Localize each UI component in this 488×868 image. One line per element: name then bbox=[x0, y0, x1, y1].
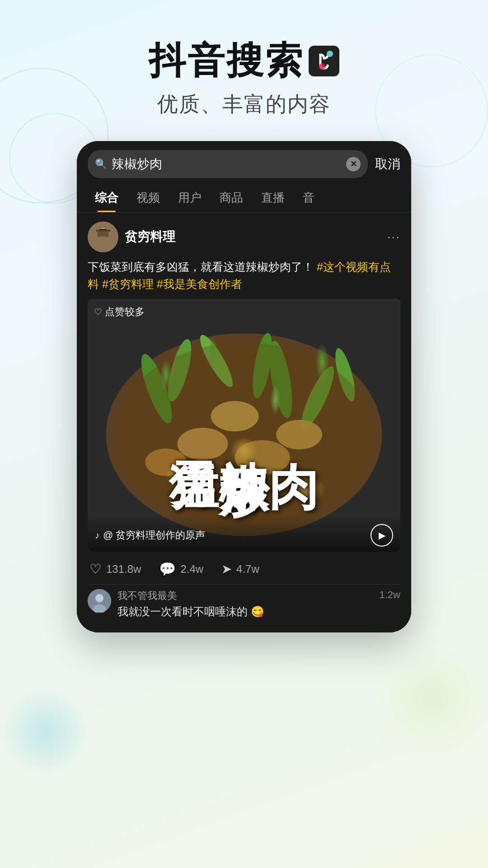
comment-icon: 💬 bbox=[159, 561, 176, 577]
phone-screen: 🔍 辣椒炒肉 ✕ 取消 综合 视频 用户 商品 直播 音 bbox=[77, 141, 411, 632]
like-icon: ♡ bbox=[89, 561, 102, 577]
video-text-col1: 勇猛 bbox=[169, 422, 219, 429]
audio-info: ♪ @ 贫穷料理创作的原声 bbox=[95, 528, 205, 542]
video-text-overlay: 勇猛 辣椒炒 肉 bbox=[88, 299, 400, 552]
svg-point-27 bbox=[95, 594, 103, 602]
search-bar-area: 🔍 辣椒炒肉 ✕ 取消 bbox=[77, 141, 411, 183]
main-title-row: 抖音搜索 bbox=[149, 36, 339, 86]
comment-content: 我不管我最美 我就没一次看时不咽唾沫的 😋 bbox=[117, 589, 373, 619]
phone-mockup: 🔍 辣椒炒肉 ✕ 取消 综合 视频 用户 商品 直播 音 bbox=[77, 141, 411, 632]
audio-label: @ 贫穷料理创作的原声 bbox=[103, 528, 205, 542]
tab-视频[interactable]: 视频 bbox=[127, 185, 169, 212]
share-count: 4.7w bbox=[236, 563, 259, 576]
search-input-wrapper[interactable]: 🔍 辣椒炒肉 ✕ bbox=[88, 150, 368, 178]
share-icon: ➤ bbox=[221, 561, 232, 576]
svg-point-9 bbox=[105, 241, 114, 250]
video-bottom-bar: ♪ @ 贫穷料理创作的原声 ▶ bbox=[88, 515, 400, 552]
svg-point-3 bbox=[88, 222, 118, 252]
comment-count: 2.4w bbox=[180, 563, 203, 576]
svg-rect-6 bbox=[98, 231, 108, 239]
page-container: 抖音搜索 优质、丰富的内容 🔍 辣椒炒肉 ✕ 取消 bbox=[0, 0, 488, 632]
bg-blob-left bbox=[0, 687, 90, 778]
content-area: ✓ 贫穷料理 ··· 下饭菜到底有多凶猛，就看这道辣椒炒肉了！ #这个视频有点料… bbox=[77, 212, 411, 632]
comment-avatar bbox=[88, 589, 111, 613]
tab-直播[interactable]: 直播 bbox=[252, 185, 294, 212]
search-clear-button[interactable]: ✕ bbox=[346, 157, 361, 171]
video-text-col2: 辣椒炒 bbox=[219, 420, 269, 431]
tabs-row: 综合 视频 用户 商品 直播 音 bbox=[77, 183, 411, 212]
video-text-col3: 肉 bbox=[269, 424, 319, 427]
svg-point-5 bbox=[95, 240, 111, 252]
search-query: 辣椒炒肉 bbox=[112, 156, 342, 173]
like-count: 131.8w bbox=[106, 563, 141, 576]
svg-rect-8 bbox=[99, 229, 107, 231]
svg-rect-0 bbox=[309, 46, 339, 76]
more-options-icon[interactable]: ··· bbox=[387, 230, 400, 244]
bg-blob-right bbox=[375, 642, 488, 755]
search-icon: 🔍 bbox=[95, 158, 107, 170]
video-container[interactable]: ♡ 点赞较多 勇猛 辣椒炒 肉 ♪ bbox=[88, 299, 400, 552]
interaction-bar: ♡ 131.8w 💬 2.4w ➤ 4.7w bbox=[88, 554, 400, 584]
tab-音[interactable]: 音 bbox=[294, 185, 324, 212]
play-button[interactable]: ▶ bbox=[371, 524, 393, 547]
cancel-button[interactable]: 取消 bbox=[375, 156, 400, 173]
svg-text:✓: ✓ bbox=[107, 243, 112, 249]
share-button[interactable]: ➤ 4.7w bbox=[221, 561, 259, 577]
comment-preview: 我不管我最美 我就没一次看时不咽唾沫的 😋 1.2w bbox=[88, 584, 400, 623]
tiktok-small-icon: ♪ bbox=[95, 530, 99, 541]
avatar: ✓ bbox=[88, 222, 118, 252]
svg-point-2 bbox=[319, 63, 325, 70]
tab-用户[interactable]: 用户 bbox=[169, 185, 211, 212]
username: 贫穷料理 bbox=[125, 228, 175, 245]
tab-综合[interactable]: 综合 bbox=[86, 185, 127, 212]
comment-text: 我就没一次看时不咽唾沫的 😋 bbox=[117, 604, 373, 619]
main-title-text: 抖音搜索 bbox=[149, 36, 304, 86]
svg-point-1 bbox=[327, 51, 333, 57]
post-text: 下饭菜到底有多凶猛，就看这道辣椒炒肉了！ #这个视频有点料 #贫穷料理 #我是美… bbox=[88, 259, 400, 292]
user-row: ✓ 贫穷料理 ··· bbox=[88, 222, 400, 252]
subtitle: 优质、丰富的内容 bbox=[149, 90, 339, 118]
comment-like-count: 1.2w bbox=[380, 589, 400, 601]
like-button[interactable]: ♡ 131.8w bbox=[89, 561, 141, 577]
avatar-image: ✓ bbox=[88, 222, 118, 252]
user-info: ✓ 贫穷料理 bbox=[88, 222, 175, 252]
tiktok-logo-icon bbox=[309, 46, 339, 76]
comment-author: 我不管我最美 bbox=[117, 589, 373, 603]
post-text-plain: 下饭菜到底有多凶猛，就看这道辣椒炒肉了！ bbox=[88, 260, 314, 273]
tab-商品[interactable]: 商品 bbox=[211, 185, 252, 212]
comment-button[interactable]: 💬 2.4w bbox=[159, 561, 203, 577]
header-section: 抖音搜索 优质、丰富的内容 bbox=[149, 36, 339, 118]
